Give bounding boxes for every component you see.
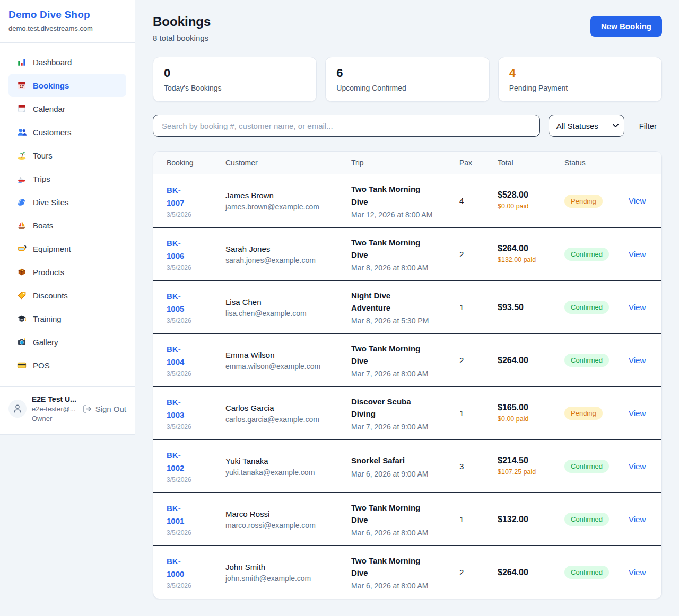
view-link[interactable]: View: [629, 250, 646, 259]
booking-id-link[interactable]: BK-1007: [167, 184, 194, 209]
sidebar-item-pos[interactable]: POS: [8, 354, 126, 377]
sidebar-item-training[interactable]: Training: [8, 307, 126, 330]
trip-datetime: Mar 8, 2026 at 8:00 AM: [351, 263, 459, 272]
sidebar-item-dashboard[interactable]: Dashboard: [8, 50, 126, 74]
sign-out-label: Sign Out: [95, 404, 126, 413]
stat-value: 4: [509, 66, 651, 80]
booking-id-link[interactable]: BK-1005: [167, 290, 194, 315]
stats-row: 0 Today's Bookings 6 Upcoming Confirmed …: [153, 57, 662, 102]
trip-name: Two Tank Morning Dive: [351, 342, 428, 367]
sidebar-item-boats[interactable]: Boats: [8, 214, 126, 237]
user-icon: [13, 404, 22, 413]
svg-text:17: 17: [20, 84, 24, 89]
cell-pax: 4: [459, 196, 498, 206]
total-amount: $132.00: [498, 515, 564, 524]
total-amount: $214.50: [498, 456, 564, 465]
sidebar-item-equipment[interactable]: Equipment: [8, 237, 126, 260]
customer-email: marco.rossi@example.com: [225, 521, 351, 530]
sidebar-item-tours[interactable]: Tours: [8, 144, 126, 167]
stat-label: Today's Bookings: [164, 84, 306, 92]
cell-booking: BK-1001 3/5/2026: [167, 502, 225, 536]
calendar-date-icon: 17: [17, 81, 27, 90]
booking-id-link[interactable]: BK-1002: [167, 449, 194, 474]
cell-total: $528.00 $0.00 paid: [498, 190, 564, 212]
cell-actions: View: [629, 196, 648, 206]
sidebar-item-bookings[interactable]: 17 Bookings: [8, 74, 126, 97]
customer-name: John Smith: [225, 562, 351, 571]
trip-name: Two Tank Morning Dive: [351, 555, 428, 579]
booking-date: 3/5/2026: [167, 529, 225, 536]
shop-logo-block: Demo Dive Shop demo.test.divestreams.com: [0, 0, 135, 43]
pax-value: 2: [459, 568, 464, 577]
sidebar-nav: Dashboard 17 Bookings Calendar Customers…: [0, 43, 135, 382]
sidebar-item-gallery[interactable]: Gallery: [8, 330, 126, 354]
status-badge: Confirmed: [564, 513, 609, 526]
stat-card: 0 Today's Bookings: [153, 57, 317, 102]
paid-amount: $0.00 paid: [498, 415, 540, 424]
view-link[interactable]: View: [629, 303, 646, 312]
view-link[interactable]: View: [629, 356, 646, 365]
page-title: Bookings: [153, 14, 211, 29]
stat-value: 0: [164, 66, 306, 80]
view-link[interactable]: View: [629, 196, 646, 205]
sidebar-item-products[interactable]: Products: [8, 260, 126, 284]
cell-actions: View: [629, 515, 648, 524]
stat-card: 4 Pending Payment: [498, 57, 662, 102]
cell-booking: BK-1005 3/5/2026: [167, 290, 225, 324]
view-link[interactable]: View: [629, 568, 646, 577]
status-filter-select[interactable]: All Statuses: [549, 115, 624, 137]
booking-date: 3/5/2026: [167, 317, 225, 324]
column-header-pax: Pax: [459, 159, 498, 167]
cell-total: $93.50: [498, 303, 564, 312]
sidebar-item-calendar[interactable]: Calendar: [8, 97, 126, 120]
cell-customer: James Brown james.brown@example.com: [225, 191, 351, 211]
total-amount: $264.00: [498, 356, 564, 365]
table-row: BK-1005 3/5/2026 Lisa Chen lisa.chen@exa…: [153, 280, 661, 333]
customer-name: James Brown: [225, 191, 351, 200]
table-row: BK-1003 3/5/2026 Carlos Garcia carlos.ga…: [153, 386, 661, 439]
pax-value: 4: [459, 196, 464, 205]
search-input[interactable]: [153, 115, 540, 137]
page-subtitle: 8 total bookings: [153, 33, 211, 42]
customer-name: Lisa Chen: [225, 297, 351, 306]
trip-name: Two Tank Morning Dive: [351, 236, 428, 261]
booking-id-link[interactable]: BK-1001: [167, 502, 194, 527]
camera-icon: [17, 337, 27, 347]
trip-datetime: Mar 6, 2026 at 8:00 AM: [351, 582, 459, 590]
trip-name: Discover Scuba Diving: [351, 395, 428, 420]
table-header-row: Booking Customer Trip Pax Total Status: [153, 152, 661, 174]
credit-card-icon: [17, 360, 27, 370]
booking-id-link[interactable]: BK-1000: [167, 555, 194, 580]
cell-status: Confirmed: [564, 566, 629, 579]
cell-booking: BK-1002 3/5/2026: [167, 449, 225, 483]
booking-id-link[interactable]: BK-1003: [167, 396, 194, 421]
sign-out-button[interactable]: Sign Out: [83, 404, 126, 413]
sidebar-item-dive-sites[interactable]: Dive Sites: [8, 190, 126, 214]
cell-pax: 3: [459, 462, 498, 471]
new-booking-button[interactable]: New Booking: [590, 16, 662, 37]
cell-total: $264.00: [498, 568, 564, 577]
page-header: Bookings 8 total bookings New Booking: [153, 14, 662, 42]
view-link[interactable]: View: [629, 515, 646, 524]
booking-id-link[interactable]: BK-1004: [167, 343, 194, 368]
cell-trip: Two Tank Morning Dive Mar 6, 2026 at 8:0…: [351, 501, 459, 538]
table-row: BK-1002 3/5/2026 Yuki Tanaka yuki.tanaka…: [153, 439, 661, 492]
sidebar-item-discounts[interactable]: Discounts: [8, 284, 126, 307]
cell-booking: BK-1007 3/5/2026: [167, 184, 225, 218]
view-link[interactable]: View: [629, 409, 646, 418]
stat-card: 6 Upcoming Confirmed: [325, 57, 489, 102]
booking-date: 3/5/2026: [167, 211, 225, 218]
column-header-customer: Customer: [225, 159, 351, 167]
trip-name: Two Tank Morning Dive: [351, 183, 428, 208]
status-badge: Confirmed: [564, 301, 609, 314]
cell-trip: Snorkel Safari Mar 6, 2026 at 9:00 AM: [351, 454, 459, 478]
sidebar-item-trips[interactable]: Trips: [8, 167, 126, 190]
booking-id-link[interactable]: BK-1006: [167, 237, 194, 262]
trip-datetime: Mar 7, 2026 at 9:00 AM: [351, 423, 459, 431]
view-link[interactable]: View: [629, 462, 646, 471]
total-amount: $528.00: [498, 190, 564, 200]
filter-button[interactable]: Filter: [634, 121, 662, 130]
sidebar-item-customers[interactable]: Customers: [8, 120, 126, 144]
status-badge: Pending: [564, 195, 603, 208]
cell-pax: 1: [459, 303, 498, 312]
